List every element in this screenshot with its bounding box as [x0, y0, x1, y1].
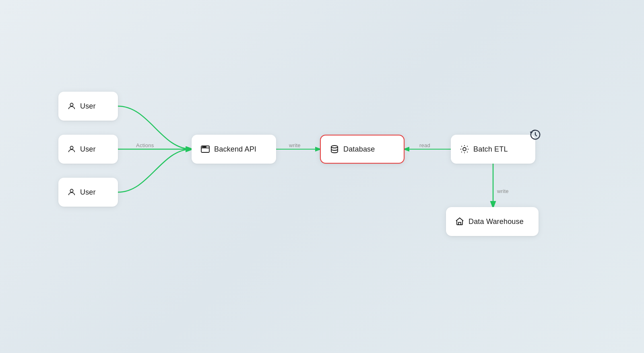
node-batch-etl[interactable]: Batch ETL — [451, 135, 535, 164]
svg-point-8 — [331, 146, 338, 148]
node-user-1-label: User — [80, 102, 96, 111]
user-icon-3 — [67, 188, 76, 197]
edge-user1-backend — [118, 106, 192, 149]
history-badge — [528, 127, 543, 142]
node-data-warehouse[interactable]: Data Warehouse — [446, 207, 539, 236]
node-user-2[interactable]: User — [58, 135, 118, 164]
edge-label-actions: Actions — [136, 142, 154, 148]
user-icon-2 — [67, 145, 76, 154]
svg-rect-11 — [458, 222, 461, 225]
svg-point-1 — [70, 146, 73, 149]
node-user-2-label: User — [80, 145, 96, 154]
diagram-canvas: User User User Actions — [0, 0, 644, 353]
node-database-label: Database — [343, 145, 375, 154]
database-icon — [330, 144, 339, 154]
batch-etl-icon — [460, 144, 469, 154]
edge-label-read: read — [419, 142, 430, 148]
data-warehouse-icon — [455, 217, 464, 226]
svg-point-7 — [205, 147, 206, 148]
backend-api-icon — [200, 144, 210, 154]
svg-point-5 — [202, 147, 203, 148]
edge-user3-backend — [118, 149, 192, 192]
svg-point-10 — [463, 148, 466, 151]
node-user-3[interactable]: User — [58, 178, 118, 207]
svg-point-6 — [204, 147, 205, 148]
node-batch-etl-label: Batch ETL — [473, 145, 508, 154]
node-backend-api-label: Backend API — [214, 145, 256, 154]
connections-svg — [0, 0, 644, 353]
user-icon-1 — [67, 102, 76, 111]
node-user-3-label: User — [80, 188, 96, 197]
svg-point-2 — [70, 189, 73, 192]
node-data-warehouse-label: Data Warehouse — [469, 218, 524, 226]
svg-point-0 — [70, 103, 73, 106]
node-user-1[interactable]: User — [58, 92, 118, 121]
node-database[interactable]: Database — [320, 135, 405, 164]
node-backend-api[interactable]: Backend API — [192, 135, 276, 164]
edge-label-write1: write — [289, 142, 301, 148]
edge-label-write2: write — [497, 188, 509, 194]
